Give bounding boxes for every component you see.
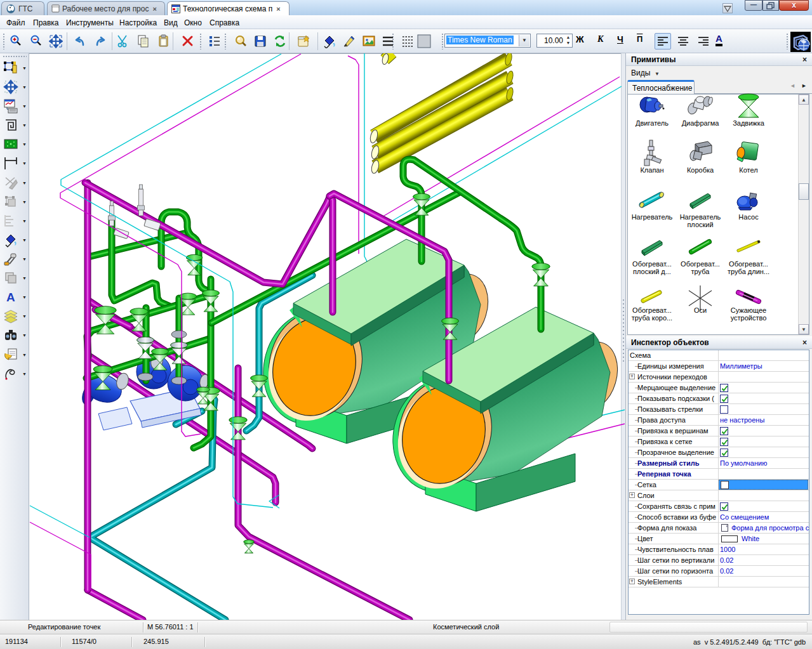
svg-text:A: A (6, 291, 15, 304)
